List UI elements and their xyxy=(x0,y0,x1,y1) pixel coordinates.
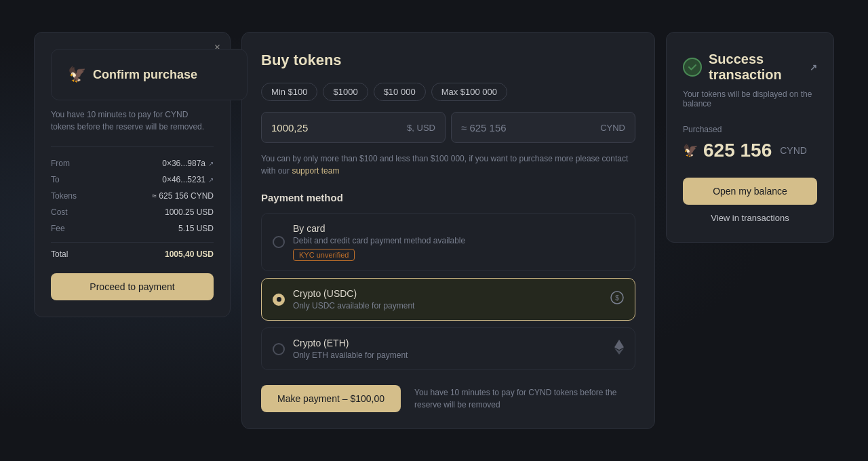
eth-desc: Only ETH available for payment xyxy=(293,350,606,360)
confirm-rows: From 0×36...987a ↗ To 0×46...5231 ↗ Toke… xyxy=(51,146,214,262)
confirm-row-cost: Cost 1000.25 USD xyxy=(51,204,214,220)
eth-name: Crypto (ETH) xyxy=(293,338,606,348)
modal-title-text: Confirm purchase xyxy=(93,68,197,82)
success-ext-link-icon[interactable]: ↗ xyxy=(810,62,817,73)
radio-usdc xyxy=(273,294,285,306)
radio-eth xyxy=(273,343,285,355)
usd-currency-label: $, USD xyxy=(407,123,435,133)
eth-info: Crypto (ETH) Only ETH available for paym… xyxy=(293,338,606,360)
support-team-link[interactable]: support team xyxy=(292,166,339,176)
buy-tokens-panel: Buy tokens Min $100 $1000 $10 000 Max $1… xyxy=(241,32,655,429)
radio-card xyxy=(273,236,285,248)
svg-text:$: $ xyxy=(615,294,619,302)
preset-max-100000[interactable]: Max $100 000 xyxy=(431,83,507,101)
usdc-info: Crypto (USDC) Only USDC available for pa… xyxy=(293,288,602,310)
success-check-icon xyxy=(683,58,702,77)
success-title-text: Success transaction xyxy=(709,52,803,83)
purchased-number: 625 156 xyxy=(703,140,772,161)
total-value: 1005,40 USD xyxy=(165,249,214,259)
fee-label: Fee xyxy=(51,224,65,233)
preset-10000[interactable]: $10 000 xyxy=(374,83,426,101)
cynd-currency-label: CYND xyxy=(600,123,625,133)
confirm-row-total: Total 1005,40 USD xyxy=(51,242,214,262)
kyc-unverified-badge: KYC unverified xyxy=(293,249,355,261)
card-name: By card xyxy=(293,223,624,234)
to-value: 0×46...5231 ↗ xyxy=(162,175,214,184)
confirm-row-fee: Fee 5.15 USD xyxy=(51,220,214,237)
preset-1000[interactable]: $1000 xyxy=(323,83,368,101)
open-balance-button[interactable]: Open my balance xyxy=(683,178,817,205)
cost-value: 1000.25 USD xyxy=(165,207,214,217)
amount-inputs-row: $, USD CYND xyxy=(261,112,635,143)
from-value: 0×36...987a ↗ xyxy=(162,159,214,168)
tokens-label: Tokens xyxy=(51,191,77,201)
usd-amount-input[interactable] xyxy=(271,122,401,134)
card-desc: Debit and credit card payment method ava… xyxy=(293,236,624,245)
view-transactions-link[interactable]: View in transactions xyxy=(683,213,817,223)
logo-icon: 🦅 xyxy=(68,66,86,83)
total-label: Total xyxy=(51,249,68,259)
from-ext-link-icon[interactable]: ↗ xyxy=(208,160,214,167)
confirm-row-from: From 0×36...987a ↗ xyxy=(51,155,214,172)
success-transaction-panel: Success transaction ↗ Your tokens will b… xyxy=(666,32,834,243)
cost-label: Cost xyxy=(51,207,68,217)
confirm-row-tokens: Tokens ≈ 625 156 CYND xyxy=(51,188,214,204)
eth-icon xyxy=(614,340,624,358)
confirm-purchase-modal: × 🦅 Confirm purchase You have 10 minutes… xyxy=(34,32,231,317)
buy-tokens-title: Buy tokens xyxy=(261,52,635,69)
usdc-name: Crypto (USDC) xyxy=(293,288,602,299)
purchased-label: Purchased xyxy=(683,125,817,134)
purchased-amount-row: 🦅 625 156 CYND xyxy=(683,140,817,161)
success-title-row: Success transaction ↗ xyxy=(683,52,817,83)
fee-value: 5.15 USD xyxy=(178,224,214,233)
tokens-value: ≈ 625 156 CYND xyxy=(152,191,214,201)
cynd-input-wrap: CYND xyxy=(451,112,635,143)
proceed-to-payment-button[interactable]: Proceed to payment xyxy=(51,273,214,300)
payment-option-eth[interactable]: Crypto (ETH) Only ETH available for paym… xyxy=(261,327,635,370)
cynd-logo-icon: 🦅 xyxy=(683,143,698,158)
to-ext-link-icon[interactable]: ↗ xyxy=(208,176,214,184)
from-label: From xyxy=(51,159,70,168)
payment-method-title: Payment method xyxy=(261,192,635,203)
modal-title-row: 🦅 Confirm purchase xyxy=(51,49,248,100)
usd-input-wrap: $, USD xyxy=(261,112,446,143)
make-payment-row: Make payment – $100,00 You have 10 minut… xyxy=(261,385,635,412)
preset-min-100[interactable]: Min $100 xyxy=(261,83,317,101)
success-subtitle: Your tokens will be displayed on the bal… xyxy=(683,89,817,108)
main-layout: × 🦅 Confirm purchase You have 10 minutes… xyxy=(34,32,834,429)
usdc-desc: Only USDC available for payment xyxy=(293,301,602,310)
confirm-row-to: To 0×46...5231 ↗ xyxy=(51,172,214,188)
purchased-currency: CYND xyxy=(780,145,807,156)
modal-subtitle: You have 10 minutes to pay for CYND toke… xyxy=(51,108,214,133)
make-payment-button[interactable]: Make payment – $100,00 xyxy=(261,385,401,412)
amount-hint: You can by only more than $100 and less … xyxy=(261,153,635,177)
payment-note: You have 10 minutes to pay for CYND toke… xyxy=(414,386,635,411)
amount-presets: Min $100 $1000 $10 000 Max $100 000 xyxy=(261,83,635,101)
usdc-dollar-icon: $ xyxy=(610,291,624,308)
payment-options-list: By card Debit and credit card payment me… xyxy=(261,213,635,370)
to-label: To xyxy=(51,175,60,184)
cynd-amount-input[interactable] xyxy=(461,122,595,134)
card-info: By card Debit and credit card payment me… xyxy=(293,223,624,261)
payment-option-card[interactable]: By card Debit and credit card payment me… xyxy=(261,213,635,271)
payment-option-usdc[interactable]: Crypto (USDC) Only USDC available for pa… xyxy=(261,278,635,321)
